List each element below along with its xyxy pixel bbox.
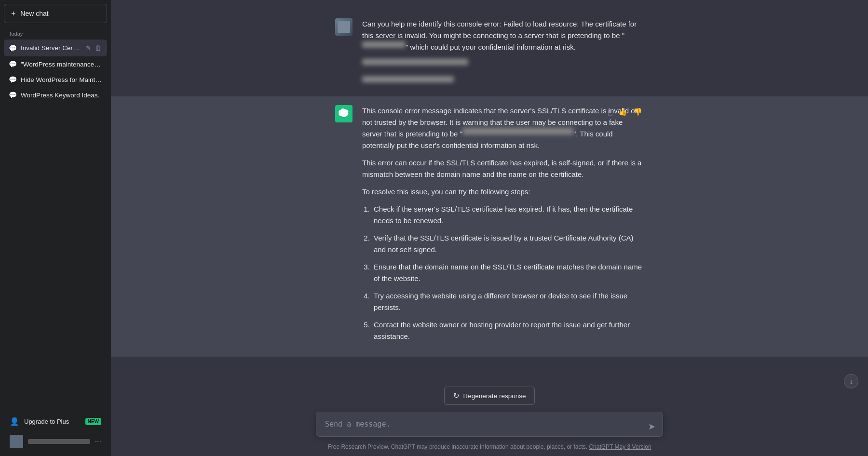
assistant-step-4: Try accessing the website using a differ… bbox=[372, 290, 644, 313]
bottom-area: ↻ Regenerate response ➤ Free Research Pr… bbox=[111, 380, 868, 456]
assistant-step-3: Ensure that the domain name on the SSL/T… bbox=[372, 261, 644, 284]
sidebar-item-chat-2[interactable]: 💬 "WordPress maintenance plug bbox=[4, 56, 107, 72]
message-actions: ⎕ 👍 👎 bbox=[607, 106, 644, 118]
sidebar-item-chat-1[interactable]: 💬 Invalid Server Certificat ✎ 🗑 bbox=[4, 40, 107, 56]
user-circle-icon: 👤 bbox=[10, 417, 19, 426]
regenerate-icon: ↻ bbox=[453, 391, 460, 400]
chat-item-label: "WordPress maintenance plug bbox=[21, 61, 102, 68]
chat-item-label: Hide WordPress for Maintenan bbox=[21, 76, 102, 83]
scroll-down-button[interactable]: ↓ bbox=[844, 374, 858, 389]
user-message-row: Can you help me identify this console er… bbox=[111, 10, 868, 96]
user-avatar bbox=[10, 435, 23, 448]
chat-icon: 💬 bbox=[9, 91, 17, 99]
user-message-content: Can you help me identify this console er… bbox=[362, 18, 644, 88]
user-message-text-3 bbox=[362, 76, 644, 88]
thumbs-down-button[interactable]: 👎 bbox=[632, 106, 644, 118]
disclaimer-text: Free Research Preview. ChatGPT may produ… bbox=[327, 443, 651, 456]
sidebar-item-chat-4[interactable]: 💬 WordPress Keyword Ideas. bbox=[4, 87, 107, 103]
assistant-steps-list: Check if the server's SSL/TLS certificat… bbox=[362, 203, 644, 342]
assistant-step-2: Verify that the SSL/TLS certificate is i… bbox=[372, 232, 644, 255]
send-icon: ➤ bbox=[648, 422, 655, 431]
user-message-inner: Can you help me identify this console er… bbox=[316, 18, 663, 88]
plus-icon: + bbox=[11, 9, 15, 18]
assistant-para-1: This console error message indicates tha… bbox=[362, 105, 644, 151]
thumbs-up-button[interactable]: 👍 bbox=[617, 106, 629, 118]
assistant-para-2: This error can occur if the SSL/TLS cert… bbox=[362, 157, 644, 180]
send-message-button[interactable]: ➤ bbox=[646, 420, 657, 433]
regenerate-response-button[interactable]: ↻ Regenerate response bbox=[444, 387, 535, 405]
gpt-avatar-icon bbox=[335, 105, 353, 122]
message-input[interactable] bbox=[316, 412, 663, 437]
user-info-row[interactable]: ··· bbox=[4, 431, 107, 452]
user-name-blurred bbox=[28, 439, 90, 444]
edit-chat-button[interactable]: ✎ bbox=[85, 43, 92, 53]
sidebar-bottom: 👤 Upgrade to Plus NEW ··· bbox=[4, 407, 107, 452]
upgrade-label: Upgrade to Plus bbox=[24, 418, 69, 425]
new-badge: NEW bbox=[85, 418, 101, 425]
assistant-message-inner: This console error message indicates tha… bbox=[316, 105, 663, 348]
chat-item-label: Invalid Server Certificat bbox=[21, 44, 81, 52]
sidebar-item-chat-3[interactable]: 💬 Hide WordPress for Maintenan bbox=[4, 72, 107, 87]
chevron-down-icon: ↓ bbox=[850, 377, 853, 385]
copy-message-button[interactable]: ⎕ bbox=[607, 106, 614, 118]
regenerate-label: Regenerate response bbox=[463, 392, 526, 400]
delete-chat-button[interactable]: 🗑 bbox=[94, 43, 102, 53]
new-chat-button[interactable]: + New chat bbox=[4, 4, 107, 23]
chat-icon: 💬 bbox=[9, 76, 17, 83]
chat-item-actions: ✎ 🗑 bbox=[85, 43, 102, 53]
messages-area: Can you help me identify this console er… bbox=[111, 0, 868, 380]
user-menu-dots[interactable]: ··· bbox=[95, 437, 101, 446]
disclaimer-static: Free Research Preview. ChatGPT may produ… bbox=[327, 443, 587, 450]
upgrade-to-plus-button[interactable]: 👤 Upgrade to Plus NEW bbox=[4, 412, 107, 431]
chat-item-label: WordPress Keyword Ideas. bbox=[21, 92, 102, 99]
assistant-message-content: This console error message indicates tha… bbox=[362, 105, 644, 348]
assistant-para-3: To resolve this issue, you can try the f… bbox=[362, 186, 644, 198]
assistant-message-row: This console error message indicates tha… bbox=[111, 96, 868, 357]
chat-icon: 💬 bbox=[9, 60, 17, 68]
user-message-text: Can you help me identify this console er… bbox=[362, 18, 644, 53]
new-chat-label: New chat bbox=[20, 10, 48, 17]
assistant-step-1: Check if the server's SSL/TLS certificat… bbox=[372, 203, 644, 227]
user-message-text-2 bbox=[362, 59, 644, 70]
today-section-label: Today bbox=[4, 29, 107, 40]
chat-list: 💬 Invalid Server Certificat ✎ 🗑 💬 "WordP… bbox=[4, 40, 107, 407]
main-content: Can you help me identify this console er… bbox=[111, 0, 868, 456]
sidebar: + New chat Today 💬 Invalid Server Certif… bbox=[0, 0, 111, 456]
chat-icon: 💬 bbox=[9, 44, 17, 52]
message-input-area: ➤ bbox=[316, 412, 663, 439]
assistant-step-5: Contact the website owner or hosting pro… bbox=[372, 319, 644, 342]
disclaimer-link[interactable]: ChatGPT May 3 Version bbox=[589, 443, 651, 450]
user-avatar-thumbnail bbox=[335, 18, 353, 36]
